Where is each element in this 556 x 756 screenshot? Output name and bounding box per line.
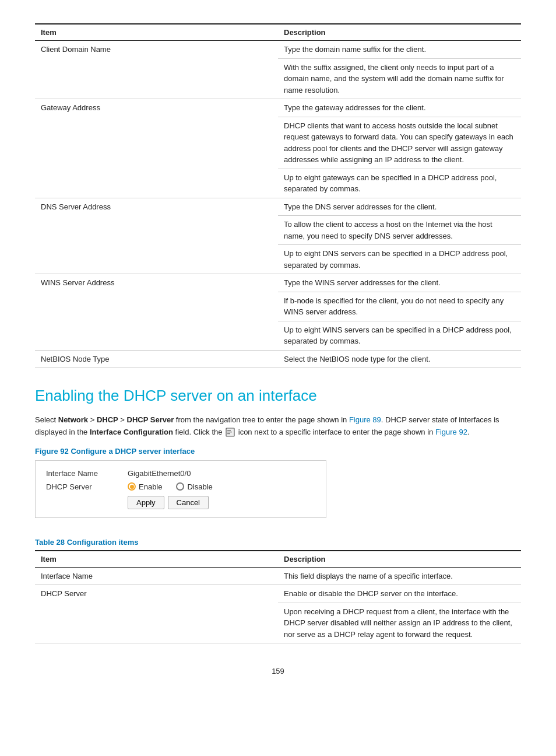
button-row: Apply Cancel: [46, 496, 315, 509]
top-table-header-description: Description: [278, 24, 521, 41]
dhcp-server-controls: Enable Disable: [128, 482, 213, 491]
svg-rect-3: [227, 433, 230, 434]
table-row-item: DNS Server Address: [35, 198, 278, 274]
figure-box: Interface Name GigabitEthernet0/0 DHCP S…: [35, 460, 326, 518]
interface-name-label: Interface Name: [46, 469, 128, 478]
bottom-table-header-item: Item: [35, 551, 278, 568]
table-row-description: Select the NetBIOS node type for the cli…: [278, 350, 521, 368]
enable-label: Enable: [139, 482, 162, 491]
table-row-item: Gateway Address: [35, 99, 278, 198]
page-number: 159: [35, 667, 521, 676]
table-row-item: Interface Name: [35, 567, 278, 585]
disable-label: Disable: [187, 482, 212, 491]
interface-name-row: Interface Name GigabitEthernet0/0: [46, 469, 315, 478]
dhcp-server-label: DHCP Server: [46, 482, 128, 491]
body-paragraph-1: Select Network > DHCP > DHCP Server from…: [35, 414, 521, 439]
table-row-description: Type the DNS server addresses for the cl…: [278, 198, 521, 216]
table28-label: Table 28 Configuration items: [35, 538, 521, 547]
section-heading: Enabling the DHCP server on an interface: [35, 387, 521, 405]
figure89-link[interactable]: Figure 89: [349, 415, 381, 424]
bottom-table-header-description: Description: [278, 551, 521, 568]
figure-label: Figure 92 Configure a DHCP server interf…: [35, 447, 521, 456]
enable-radio-dot: [128, 482, 136, 491]
table-row-description: DHCP clients that want to access hosts o…: [278, 117, 521, 169]
table-row-item: WINS Server Address: [35, 274, 278, 351]
figure92-link[interactable]: Figure 92: [435, 428, 467, 436]
table-row-description: Up to eight WINS servers can be specifie…: [278, 321, 521, 350]
interface-name-value: GigabitEthernet0/0: [128, 469, 191, 478]
table-row-description: Upon receiving a DHCP request from a cli…: [278, 603, 521, 643]
table-row-item: DHCP Server: [35, 585, 278, 643]
table-row-description: Type the WINS server addresses for the c…: [278, 274, 521, 292]
enable-radio-option[interactable]: Enable: [128, 482, 162, 491]
dhcp-server-row: DHCP Server Enable Disable: [46, 482, 315, 491]
table-row-description: With the suffix assigned, the client onl…: [278, 58, 521, 99]
top-table: Item Description Client Domain NameType …: [35, 23, 521, 368]
table-row-description: Type the domain name suffix for the clie…: [278, 41, 521, 59]
table-row-description: Up to eight DNS servers can be specified…: [278, 245, 521, 274]
disable-radio-option[interactable]: Disable: [176, 482, 212, 491]
table-row-description: Enable or disable the DHCP server on the…: [278, 585, 521, 603]
table-row-item: NetBIOS Node Type: [35, 350, 278, 368]
disable-radio-dot: [176, 482, 184, 491]
svg-rect-1: [227, 430, 231, 430]
svg-rect-2: [227, 432, 232, 432]
table-row-description: If b-node is specified for the client, y…: [278, 292, 521, 321]
table-row-item: Client Domain Name: [35, 41, 278, 99]
table-row-description: This field displays the name of a specif…: [278, 567, 521, 585]
config-icon: [226, 428, 235, 437]
bottom-table: Item Description Interface NameThis fiel…: [35, 550, 521, 644]
apply-button[interactable]: Apply: [128, 496, 164, 509]
table-row-description: Type the gateway addresses for the clien…: [278, 99, 521, 117]
table-row-description: Up to eight gateways can be specified in…: [278, 169, 521, 198]
cancel-button[interactable]: Cancel: [168, 496, 209, 509]
table-row-description: To allow the client to access a host on …: [278, 216, 521, 245]
top-table-header-item: Item: [35, 24, 278, 41]
